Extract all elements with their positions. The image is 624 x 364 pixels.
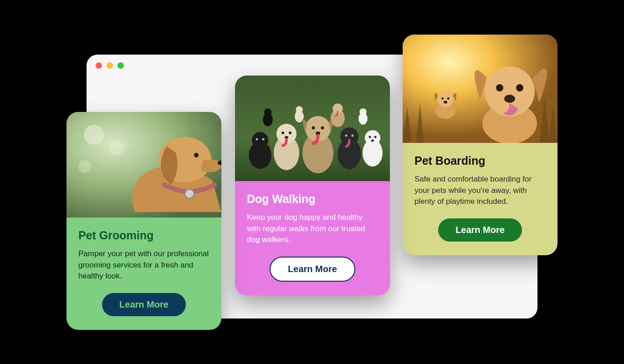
- svg-point-18: [281, 131, 284, 134]
- card-description: Safe and comfortable boarding for your p…: [414, 174, 546, 207]
- learn-more-button[interactable]: Learn More: [438, 218, 522, 242]
- card-body: Pet Grooming Pamper your pet with our pr…: [66, 217, 221, 330]
- svg-point-49: [194, 153, 199, 157]
- card-pet-grooming: Pet Grooming Pamper your pet with our pr…: [66, 112, 221, 330]
- grooming-photo: [66, 112, 221, 217]
- svg-point-46: [78, 160, 91, 173]
- card-description: Pamper your pet with our professional gr…: [78, 248, 210, 282]
- card-dog-walking: Dog Walking Keep your dog happy and heal…: [235, 76, 390, 295]
- card-title: Dog Walking: [247, 192, 378, 206]
- card-title: Pet Boarding: [414, 154, 546, 167]
- zoom-icon[interactable]: [118, 62, 124, 69]
- svg-point-44: [84, 125, 104, 145]
- svg-point-32: [369, 136, 371, 138]
- svg-point-33: [374, 136, 377, 138]
- svg-point-2: [437, 91, 453, 107]
- svg-point-9: [516, 84, 523, 91]
- svg-point-38: [296, 106, 302, 113]
- svg-point-50: [185, 189, 194, 198]
- svg-point-10: [504, 95, 515, 103]
- svg-point-28: [345, 135, 348, 137]
- learn-more-button[interactable]: Learn More: [102, 293, 186, 316]
- card-pet-boarding: Pet Boarding Safe and comfortable boardi…: [403, 35, 558, 255]
- svg-point-36: [264, 108, 272, 116]
- svg-point-42: [359, 108, 366, 115]
- card-body: Pet Boarding Safe and comfortable boardi…: [403, 143, 558, 255]
- minimize-icon[interactable]: [107, 62, 113, 69]
- svg-point-8: [496, 84, 503, 91]
- card-title: Pet Grooming: [78, 228, 210, 242]
- svg-point-3: [441, 97, 444, 100]
- svg-point-29: [352, 135, 354, 137]
- svg-point-5: [444, 101, 447, 103]
- svg-point-45: [109, 141, 124, 156]
- svg-point-14: [256, 138, 258, 141]
- svg-point-15: [262, 138, 265, 141]
- boarding-photo: [403, 35, 558, 143]
- svg-point-13: [252, 132, 268, 148]
- card-description: Keep your dog happy and healthy with reg…: [247, 212, 378, 246]
- card-body: Dog Walking Keep your dog happy and heal…: [235, 181, 390, 295]
- svg-point-31: [365, 130, 380, 146]
- close-icon[interactable]: [96, 62, 102, 69]
- walking-photo: [235, 76, 390, 181]
- svg-point-23: [312, 126, 315, 130]
- svg-point-24: [321, 126, 324, 130]
- svg-point-34: [371, 140, 374, 142]
- svg-point-19: [289, 131, 292, 134]
- svg-point-4: [447, 97, 450, 100]
- learn-more-button[interactable]: Learn More: [270, 257, 355, 282]
